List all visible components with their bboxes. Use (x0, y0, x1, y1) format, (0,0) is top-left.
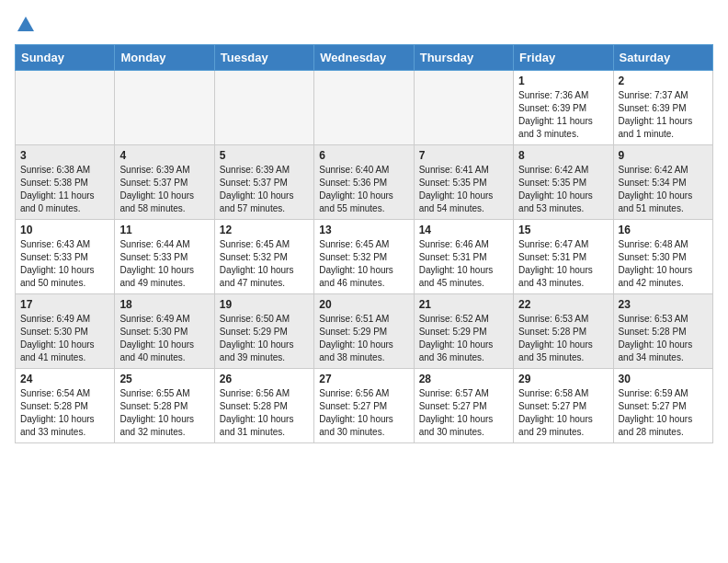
sunset-text: Sunset: 5:31 PM (419, 251, 508, 264)
sunset-text: Sunset: 5:28 PM (20, 400, 109, 413)
day-detail: Sunrise: 6:42 AMSunset: 5:34 PMDaylight:… (619, 164, 708, 215)
sunset-text: Sunset: 5:31 PM (518, 251, 608, 264)
daylight-text: Daylight: 10 hours (619, 264, 708, 277)
daylight-text: Daylight: 10 hours (220, 190, 309, 202)
day-detail: Sunrise: 6:39 AMSunset: 5:37 PMDaylight:… (119, 164, 209, 215)
sunset-text: Sunset: 5:28 PM (220, 400, 309, 413)
day-number: 25 (119, 373, 209, 385)
sunset-text: Sunset: 5:30 PM (119, 326, 209, 339)
day-detail: Sunrise: 6:44 AMSunset: 5:33 PMDaylight:… (119, 238, 209, 290)
daylight-text: Daylight: 10 hours (319, 264, 408, 277)
daylight-text: Daylight: 10 hours (619, 413, 708, 426)
weekday-friday: Friday (514, 45, 613, 71)
daylight-hours-text: and 58 minutes. (119, 202, 209, 215)
daylight-text: Daylight: 10 hours (119, 190, 209, 202)
table-row: 29Sunrise: 6:58 AMSunset: 5:27 PMDayligh… (514, 369, 613, 443)
sunrise-text: Sunrise: 6:46 AM (419, 238, 508, 251)
day-detail: Sunrise: 6:40 AMSunset: 5:36 PMDaylight:… (319, 164, 408, 215)
day-detail: Sunrise: 6:57 AMSunset: 5:27 PMDaylight:… (419, 387, 508, 439)
table-row: 16Sunrise: 6:48 AMSunset: 5:30 PMDayligh… (613, 220, 712, 294)
day-detail: Sunrise: 6:49 AMSunset: 5:30 PMDaylight:… (119, 313, 209, 364)
sunrise-text: Sunrise: 6:58 AM (518, 387, 608, 400)
sunrise-text: Sunrise: 6:50 AM (220, 313, 309, 326)
sunset-text: Sunset: 5:28 PM (619, 326, 708, 339)
sunrise-text: Sunrise: 6:42 AM (619, 164, 708, 177)
table-row: 24Sunrise: 6:54 AMSunset: 5:28 PMDayligh… (16, 369, 115, 443)
daylight-hours-text: and 31 minutes. (220, 426, 309, 439)
table-row: 13Sunrise: 6:45 AMSunset: 5:32 PMDayligh… (314, 220, 414, 294)
day-detail: Sunrise: 6:38 AMSunset: 5:38 PMDaylight:… (20, 164, 109, 215)
day-detail: Sunrise: 6:56 AMSunset: 5:28 PMDaylight:… (220, 387, 309, 439)
day-number: 16 (619, 224, 708, 236)
table-row: 15Sunrise: 6:47 AMSunset: 5:31 PMDayligh… (514, 220, 613, 294)
sunrise-text: Sunrise: 6:45 AM (319, 238, 408, 251)
daylight-hours-text: and 32 minutes. (119, 426, 209, 439)
sunset-text: Sunset: 5:29 PM (319, 326, 408, 339)
day-number: 17 (20, 298, 109, 311)
table-row: 6Sunrise: 6:40 AMSunset: 5:36 PMDaylight… (314, 145, 414, 220)
header (15, 15, 713, 35)
sunset-text: Sunset: 5:28 PM (518, 326, 608, 339)
day-detail: Sunrise: 6:54 AMSunset: 5:28 PMDaylight:… (20, 387, 109, 439)
daylight-hours-text: and 40 minutes. (119, 351, 209, 364)
daylight-text: Daylight: 10 hours (20, 264, 109, 277)
daylight-text: Daylight: 10 hours (20, 413, 109, 426)
day-number: 27 (319, 373, 408, 385)
daylight-text: Daylight: 10 hours (518, 264, 608, 277)
sunrise-text: Sunrise: 6:45 AM (220, 238, 309, 251)
table-row: 22Sunrise: 6:53 AMSunset: 5:28 PMDayligh… (514, 294, 613, 369)
day-number: 1 (518, 75, 608, 87)
daylight-hours-text: and 28 minutes. (619, 426, 708, 439)
daylight-hours-text: and 55 minutes. (319, 202, 408, 215)
day-detail: Sunrise: 6:52 AMSunset: 5:29 PMDaylight:… (419, 313, 508, 364)
day-number: 14 (419, 224, 508, 236)
daylight-text: Daylight: 10 hours (119, 264, 209, 277)
sunrise-text: Sunrise: 7:37 AM (619, 89, 708, 102)
table-row (115, 71, 214, 145)
daylight-text: Daylight: 10 hours (220, 413, 309, 426)
day-number: 28 (419, 373, 508, 385)
daylight-hours-text: and 36 minutes. (419, 351, 508, 364)
day-number: 12 (220, 224, 309, 236)
weekday-wednesday: Wednesday (314, 45, 414, 71)
daylight-hours-text: and 30 minutes. (419, 426, 508, 439)
table-row: 10Sunrise: 6:43 AMSunset: 5:33 PMDayligh… (16, 220, 115, 294)
daylight-hours-text: and 47 minutes. (220, 277, 309, 290)
daylight-hours-text: and 45 minutes. (419, 277, 508, 290)
table-row: 28Sunrise: 6:57 AMSunset: 5:27 PMDayligh… (414, 369, 513, 443)
day-number: 11 (119, 224, 209, 236)
daylight-text: Daylight: 11 hours (619, 115, 708, 128)
daylight-hours-text: and 53 minutes. (518, 202, 608, 215)
sunrise-text: Sunrise: 6:57 AM (419, 387, 508, 400)
sunrise-text: Sunrise: 6:51 AM (319, 313, 408, 326)
sunrise-text: Sunrise: 6:47 AM (518, 238, 608, 251)
day-detail: Sunrise: 6:55 AMSunset: 5:28 PMDaylight:… (119, 387, 209, 439)
table-row (414, 71, 513, 145)
sunset-text: Sunset: 5:35 PM (419, 177, 508, 190)
sunrise-text: Sunrise: 6:43 AM (20, 238, 109, 251)
daylight-hours-text: and 49 minutes. (119, 277, 209, 290)
day-number: 29 (518, 373, 608, 385)
daylight-hours-text: and 57 minutes. (220, 202, 309, 215)
sunrise-text: Sunrise: 6:49 AM (119, 313, 209, 326)
table-row: 12Sunrise: 6:45 AMSunset: 5:32 PMDayligh… (214, 220, 313, 294)
table-row (16, 71, 115, 145)
daylight-text: Daylight: 10 hours (220, 264, 309, 277)
weekday-header-row: SundayMondayTuesdayWednesdayThursdayFrid… (16, 45, 713, 71)
daylight-hours-text: and 29 minutes. (518, 426, 608, 439)
calendar-week-row: 3Sunrise: 6:38 AMSunset: 5:38 PMDaylight… (16, 145, 713, 220)
daylight-text: Daylight: 11 hours (20, 190, 109, 202)
day-number: 30 (619, 373, 708, 385)
day-detail: Sunrise: 6:49 AMSunset: 5:30 PMDaylight:… (20, 313, 109, 364)
daylight-text: Daylight: 10 hours (518, 339, 608, 351)
daylight-text: Daylight: 10 hours (20, 339, 109, 351)
day-number: 23 (619, 298, 708, 311)
daylight-hours-text: and 46 minutes. (319, 277, 408, 290)
day-detail: Sunrise: 6:58 AMSunset: 5:27 PMDaylight:… (518, 387, 608, 439)
table-row: 25Sunrise: 6:55 AMSunset: 5:28 PMDayligh… (115, 369, 214, 443)
sunrise-text: Sunrise: 6:41 AM (419, 164, 508, 177)
day-number: 3 (20, 149, 109, 162)
table-row: 26Sunrise: 6:56 AMSunset: 5:28 PMDayligh… (214, 369, 313, 443)
day-detail: Sunrise: 6:41 AMSunset: 5:35 PMDaylight:… (419, 164, 508, 215)
day-number: 24 (20, 373, 109, 385)
